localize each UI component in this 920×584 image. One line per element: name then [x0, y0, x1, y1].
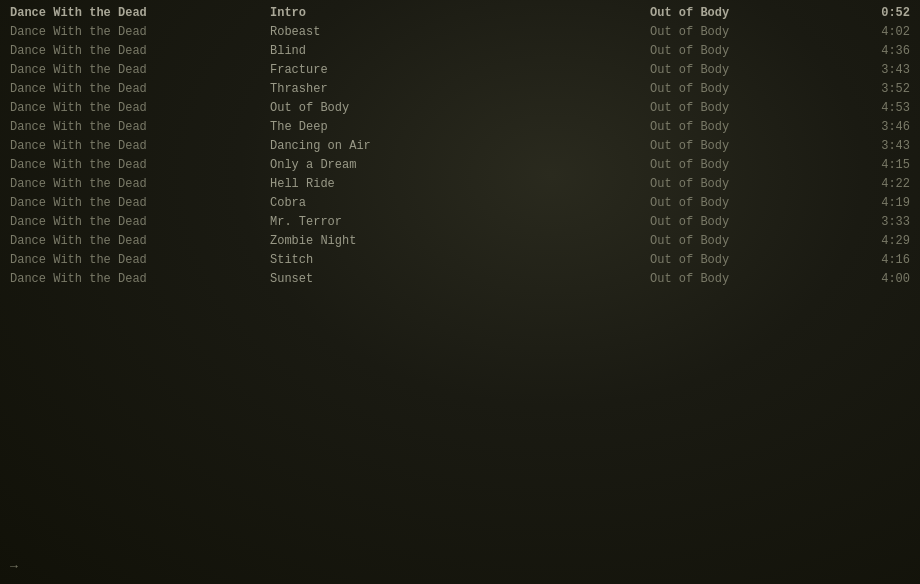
track-title: Only a Dream — [210, 156, 650, 175]
track-title: Zombie Night — [210, 232, 650, 251]
track-duration: 4:19 — [850, 194, 910, 213]
table-row[interactable]: Dance With the Dead Thrasher Out of Body… — [0, 80, 920, 99]
header-duration: 0:52 — [850, 4, 910, 23]
track-album: Out of Body — [650, 99, 850, 118]
track-title: Sunset — [210, 270, 650, 289]
table-row[interactable]: Dance With the Dead The Deep Out of Body… — [0, 118, 920, 137]
track-album: Out of Body — [650, 80, 850, 99]
track-artist: Dance With the Dead — [10, 80, 210, 99]
track-album: Out of Body — [650, 213, 850, 232]
track-artist: Dance With the Dead — [10, 42, 210, 61]
header-album: Out of Body — [650, 4, 850, 23]
track-album: Out of Body — [650, 175, 850, 194]
track-list: Dance With the Dead Intro Out of Body 0:… — [0, 0, 920, 293]
track-duration: 3:52 — [850, 80, 910, 99]
track-artist: Dance With the Dead — [10, 213, 210, 232]
track-duration: 4:22 — [850, 175, 910, 194]
table-row[interactable]: Dance With the Dead Cobra Out of Body 4:… — [0, 194, 920, 213]
table-row[interactable]: Dance With the Dead Dancing on Air Out o… — [0, 137, 920, 156]
track-album: Out of Body — [650, 194, 850, 213]
track-title: Mr. Terror — [210, 213, 650, 232]
track-album: Out of Body — [650, 23, 850, 42]
table-row[interactable]: Dance With the Dead Zombie Night Out of … — [0, 232, 920, 251]
track-album: Out of Body — [650, 42, 850, 61]
track-album: Out of Body — [650, 137, 850, 156]
track-artist: Dance With the Dead — [10, 194, 210, 213]
table-row[interactable]: Dance With the Dead Robeast Out of Body … — [0, 23, 920, 42]
track-duration: 4:53 — [850, 99, 910, 118]
table-row[interactable]: Dance With the Dead Out of Body Out of B… — [0, 99, 920, 118]
track-artist: Dance With the Dead — [10, 61, 210, 80]
track-duration: 4:29 — [850, 232, 910, 251]
track-duration: 4:16 — [850, 251, 910, 270]
track-title: Thrasher — [210, 80, 650, 99]
track-duration: 3:43 — [850, 137, 910, 156]
track-title: Stitch — [210, 251, 650, 270]
arrow-indicator: → — [10, 559, 18, 574]
table-row[interactable]: Dance With the Dead Mr. Terror Out of Bo… — [0, 213, 920, 232]
header-artist: Dance With the Dead — [10, 4, 210, 23]
track-artist: Dance With the Dead — [10, 156, 210, 175]
track-duration: 4:36 — [850, 42, 910, 61]
track-artist: Dance With the Dead — [10, 270, 210, 289]
track-title: Fracture — [210, 61, 650, 80]
track-title: Out of Body — [210, 99, 650, 118]
table-row[interactable]: Dance With the Dead Blind Out of Body 4:… — [0, 42, 920, 61]
track-duration: 3:43 — [850, 61, 910, 80]
table-row[interactable]: Dance With the Dead Fracture Out of Body… — [0, 61, 920, 80]
track-album: Out of Body — [650, 118, 850, 137]
track-duration: 4:02 — [850, 23, 910, 42]
track-artist: Dance With the Dead — [10, 99, 210, 118]
track-duration: 3:46 — [850, 118, 910, 137]
track-list-header: Dance With the Dead Intro Out of Body 0:… — [0, 4, 920, 23]
track-title: Hell Ride — [210, 175, 650, 194]
track-duration: 4:00 — [850, 270, 910, 289]
track-title: Robeast — [210, 23, 650, 42]
track-artist: Dance With the Dead — [10, 251, 210, 270]
track-artist: Dance With the Dead — [10, 118, 210, 137]
track-duration: 4:15 — [850, 156, 910, 175]
track-title: Cobra — [210, 194, 650, 213]
track-title: Dancing on Air — [210, 137, 650, 156]
track-album: Out of Body — [650, 156, 850, 175]
track-title: Blind — [210, 42, 650, 61]
track-album: Out of Body — [650, 251, 850, 270]
table-row[interactable]: Dance With the Dead Stitch Out of Body 4… — [0, 251, 920, 270]
track-artist: Dance With the Dead — [10, 175, 210, 194]
track-artist: Dance With the Dead — [10, 23, 210, 42]
table-row[interactable]: Dance With the Dead Only a Dream Out of … — [0, 156, 920, 175]
header-title: Intro — [210, 4, 650, 23]
table-row[interactable]: Dance With the Dead Sunset Out of Body 4… — [0, 270, 920, 289]
track-artist: Dance With the Dead — [10, 137, 210, 156]
track-album: Out of Body — [650, 61, 850, 80]
track-artist: Dance With the Dead — [10, 232, 210, 251]
track-title: The Deep — [210, 118, 650, 137]
table-row[interactable]: Dance With the Dead Hell Ride Out of Bod… — [0, 175, 920, 194]
track-album: Out of Body — [650, 270, 850, 289]
track-duration: 3:33 — [850, 213, 910, 232]
track-album: Out of Body — [650, 232, 850, 251]
